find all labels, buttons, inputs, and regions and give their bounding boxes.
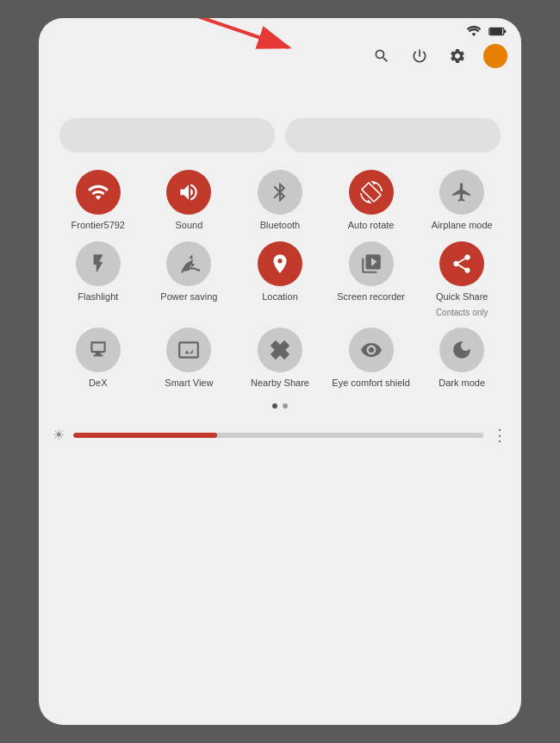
tile-icon-eyecomfort — [349, 328, 394, 372]
tile-icon-quickshare — [439, 241, 484, 286]
brightness-more-icon[interactable]: ⋮ — [492, 426, 507, 445]
tile-label-eyecomfort: Eye comfort shield — [332, 378, 409, 389]
tile-screenrecorder[interactable]: Screen recorder — [329, 241, 414, 317]
tile-icon-dex — [76, 328, 121, 372]
tile-smartview[interactable]: Smart View — [147, 328, 232, 389]
power-button[interactable] — [408, 44, 432, 68]
tile-label-quickshare: Quick Share — [436, 291, 488, 303]
tile-sublabel-quickshare: Contacts only — [436, 308, 488, 317]
tile-icon-powersaving — [166, 241, 211, 286]
tile-icon-smartview — [166, 328, 211, 372]
tile-icon-nearbyshare — [258, 328, 302, 372]
tile-icon-screenrecorder — [349, 241, 394, 286]
search-button[interactable] — [370, 44, 394, 68]
tile-autorotate[interactable]: Auto rotate — [329, 170, 414, 231]
tile-label-smartview: Smart View — [165, 378, 213, 389]
settings-button[interactable] — [445, 44, 470, 68]
tile-location[interactable]: Location — [238, 241, 322, 317]
tile-label-dex: DeX — [89, 378, 107, 389]
tile-label-screenrecorder: Screen recorder — [337, 291, 405, 303]
tile-label-darkmode: Dark mode — [439, 378, 485, 389]
tile-flashlight[interactable]: Flashlight — [56, 241, 140, 317]
tile-dex[interactable]: DeX — [56, 328, 140, 389]
quick-tiles-grid: Frontier5792SoundBluetoothAuto rotateAir… — [39, 170, 521, 390]
tile-darkmode[interactable]: Dark mode — [420, 328, 504, 389]
tile-label-airplane: Airplane mode — [432, 220, 493, 231]
tile-quickshare[interactable]: Quick ShareContacts only — [420, 241, 504, 317]
status-icons — [466, 25, 507, 37]
tile-icon-autorotate — [349, 170, 394, 215]
tile-icon-wifi — [76, 170, 121, 215]
tile-powersaving[interactable]: Power saving — [147, 241, 232, 317]
tile-wifi[interactable]: Frontier5792 — [56, 170, 140, 231]
tile-airplane[interactable]: Airplane mode — [420, 170, 504, 231]
tile-nearbyshare[interactable]: Nearby Share — [238, 328, 322, 389]
status-bar — [39, 18, 521, 41]
device-screen: Frontier5792SoundBluetoothAuto rotateAir… — [39, 18, 521, 725]
wifi-icon — [466, 25, 482, 37]
tile-label-bluetooth: Bluetooth — [260, 220, 300, 231]
tile-label-powersaving: Power saving — [160, 291, 217, 303]
svg-rect-2 — [490, 28, 502, 34]
pagination-dot-1 — [272, 403, 277, 409]
tile-icon-flashlight — [76, 241, 121, 286]
avatar-button[interactable] — [483, 44, 507, 68]
brightness-bar[interactable]: ☀ ⋮ — [39, 419, 521, 452]
tile-sound[interactable]: Sound — [147, 170, 232, 231]
pagination-dot-2 — [283, 403, 288, 409]
tile-icon-airplane — [439, 170, 484, 215]
tile-icon-bluetooth — [258, 170, 302, 215]
tile-label-autorotate: Auto rotate — [348, 220, 395, 231]
device-control-button[interactable] — [59, 118, 275, 153]
tile-label-wifi: Frontier5792 — [72, 220, 125, 231]
brightness-icon: ☀ — [53, 427, 65, 443]
tile-label-sound: Sound — [175, 220, 202, 231]
tile-label-nearbyshare: Nearby Share — [251, 378, 309, 389]
tile-eyecomfort[interactable]: Eye comfort shield — [329, 328, 414, 389]
media-output-button[interactable] — [285, 118, 501, 153]
battery-icon — [488, 26, 507, 37]
time-section — [39, 75, 521, 118]
tile-icon-location — [258, 241, 302, 286]
tile-icon-sound — [166, 170, 211, 215]
tile-icon-darkmode — [439, 328, 484, 372]
svg-rect-1 — [504, 29, 507, 32]
tile-label-location: Location — [262, 291, 298, 303]
top-icons-row — [39, 41, 521, 75]
tile-label-flashlight: Flashlight — [78, 291, 118, 303]
pagination — [39, 390, 521, 419]
brightness-fill — [73, 433, 217, 438]
tile-bluetooth[interactable]: Bluetooth — [238, 170, 322, 231]
control-buttons — [39, 118, 521, 170]
brightness-track[interactable] — [73, 433, 483, 438]
